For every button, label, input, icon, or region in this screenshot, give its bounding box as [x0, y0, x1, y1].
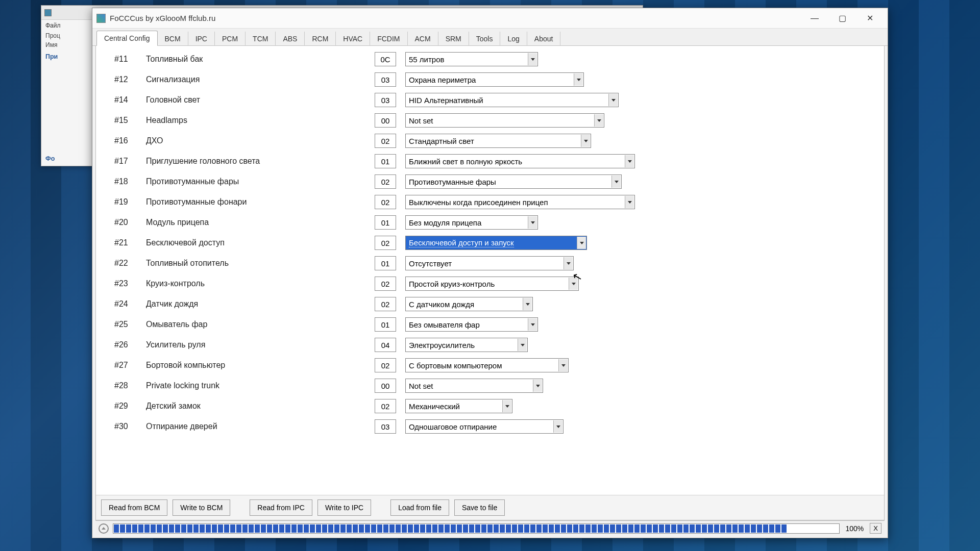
read-from-ipc-button[interactable]: Read from IPC — [250, 499, 312, 516]
progress-segment — [512, 524, 517, 533]
tab-pcm[interactable]: PCM — [215, 32, 246, 46]
value-dropdown[interactable]: 55 литров — [405, 52, 538, 66]
progress-segment — [598, 524, 603, 533]
progress-segment — [322, 524, 327, 533]
code-input[interactable] — [375, 236, 396, 250]
value-dropdown[interactable]: Ближний свет в полную яркость — [405, 154, 635, 168]
app-icon — [96, 14, 106, 23]
tab-log[interactable]: Log — [500, 32, 527, 46]
code-input[interactable] — [375, 154, 396, 168]
code-input[interactable] — [375, 93, 396, 107]
progress-segment — [157, 524, 162, 533]
tab-fcdim[interactable]: FCDIM — [370, 32, 407, 46]
progress-segment — [475, 524, 480, 533]
maximize-button[interactable]: ▢ — [828, 10, 856, 27]
value-dropdown[interactable]: Простой круиз-контроль — [405, 277, 579, 291]
tab-bcm[interactable]: BCM — [158, 32, 188, 46]
value-dropdown[interactable]: Бесключевой доступ и запуск — [405, 236, 587, 250]
read-from-bcm-button[interactable]: Read from BCM — [101, 499, 167, 516]
chevron-down-icon — [564, 257, 573, 269]
tab-acm[interactable]: ACM — [408, 32, 438, 46]
tab-rcm[interactable]: RCM — [305, 32, 336, 46]
progress-segment — [745, 524, 750, 533]
value-dropdown[interactable]: С бортовым компьютером — [405, 358, 569, 372]
save-to-file-button[interactable]: Save to file — [454, 499, 505, 516]
code-input[interactable] — [375, 174, 396, 189]
code-input[interactable] — [375, 72, 396, 87]
value-dropdown[interactable]: HID Альтернативный — [405, 93, 619, 107]
progress-segment — [261, 524, 266, 533]
content-panel: #11Топливный бак55 литров#12Сигнализация… — [95, 46, 885, 520]
value-dropdown[interactable]: Механический — [405, 399, 512, 413]
code-input[interactable] — [375, 317, 396, 332]
progress-segment — [518, 524, 523, 533]
progress-segment — [193, 524, 199, 533]
code-input[interactable] — [375, 399, 396, 413]
value-dropdown[interactable]: Стандартный свет — [405, 134, 591, 148]
progress-segment — [683, 524, 689, 533]
value-dropdown[interactable]: Одношаговое отпирание — [405, 419, 564, 434]
code-input[interactable] — [375, 215, 396, 230]
config-row: #29Детский замокМеханический — [114, 396, 866, 416]
code-input[interactable] — [375, 256, 396, 270]
code-input[interactable] — [375, 52, 396, 66]
value-dropdown[interactable]: Охрана периметра — [405, 72, 584, 87]
write-to-bcm-button[interactable]: Write to BCM — [173, 499, 230, 516]
row-label: Детский замок — [146, 402, 375, 411]
progress-segment — [114, 524, 119, 533]
tab-hvac[interactable]: HVAC — [336, 32, 370, 46]
chevron-down-icon — [518, 339, 527, 351]
value-dropdown[interactable]: С датчиком дождя — [405, 297, 533, 311]
progress-segment — [242, 524, 248, 533]
progress-segment — [561, 524, 566, 533]
chevron-down-icon — [608, 94, 618, 106]
code-input[interactable] — [375, 134, 396, 148]
code-input[interactable] — [375, 338, 396, 352]
bg-menu-item[interactable]: Файл — [45, 22, 61, 29]
titlebar[interactable]: FoCCCus by xGloooM ffclub.ru — ▢ ✕ — [92, 8, 888, 29]
value-dropdown[interactable]: Без модуля прицепа — [405, 215, 538, 230]
chevron-down-icon — [581, 135, 590, 147]
tab-central-config[interactable]: Central Config — [96, 31, 158, 46]
value-dropdown[interactable]: Not set — [405, 379, 543, 393]
progress-segment — [151, 524, 156, 533]
tab-abs[interactable]: ABS — [276, 32, 305, 46]
value-dropdown[interactable]: Электроусилитель — [405, 338, 528, 352]
code-input[interactable] — [375, 358, 396, 372]
progress-segment — [775, 524, 780, 533]
progress-segment — [604, 524, 609, 533]
close-button[interactable]: ✕ — [856, 10, 884, 27]
row-index: #14 — [114, 95, 146, 105]
row-index: #27 — [114, 361, 146, 370]
value-dropdown[interactable]: Выключены когда присоединен прицеп — [405, 195, 635, 209]
tab-tcm[interactable]: TCM — [246, 32, 276, 46]
progress-segment — [175, 524, 180, 533]
tab-tools[interactable]: Tools — [469, 32, 501, 46]
code-input[interactable] — [375, 419, 396, 434]
tab-ipc[interactable]: IPC — [188, 32, 215, 46]
dropdown-value: Not set — [409, 382, 433, 390]
value-dropdown[interactable]: Not set — [405, 113, 604, 128]
write-to-ipc-button[interactable]: Write to IPC — [317, 499, 371, 516]
code-input[interactable] — [375, 379, 396, 393]
code-input[interactable] — [375, 113, 396, 128]
value-dropdown[interactable]: Отсутствует — [405, 256, 574, 270]
dropdown-value: 55 литров — [409, 55, 445, 64]
minimize-button[interactable]: — — [801, 10, 828, 27]
cancel-x-button[interactable]: X — [870, 523, 881, 534]
code-input[interactable] — [375, 297, 396, 311]
load-from-file-button[interactable]: Load from file — [390, 499, 449, 516]
config-list[interactable]: #11Топливный бак55 литров#12Сигнализация… — [96, 46, 884, 495]
value-dropdown[interactable]: Противотуманные фары — [405, 174, 622, 189]
progress-segment — [634, 524, 640, 533]
tab-about[interactable]: About — [527, 32, 561, 46]
code-input[interactable] — [375, 195, 396, 209]
config-row: #22Топливный отопительОтсутствует — [114, 253, 866, 273]
code-input[interactable] — [375, 277, 396, 291]
chevron-down-icon — [558, 359, 568, 371]
status-circle-icon[interactable] — [99, 523, 109, 534]
dropdown-value: Стандартный свет — [409, 137, 474, 145]
dropdown-value: Механический — [409, 402, 460, 411]
tab-srm[interactable]: SRM — [438, 32, 469, 46]
value-dropdown[interactable]: Без омывателя фар — [405, 317, 538, 332]
